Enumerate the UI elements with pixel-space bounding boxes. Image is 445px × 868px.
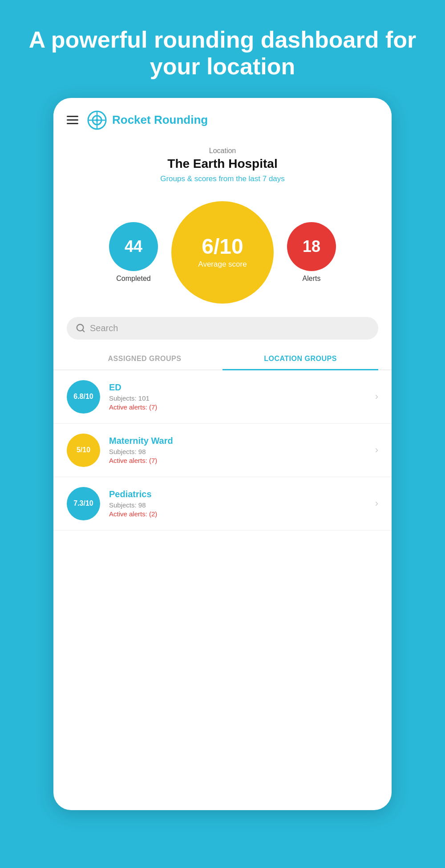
group-score-circle-maternity: 5/10	[67, 434, 100, 467]
group-item-ed[interactable]: 6.8/10 ED Subjects: 101 Active alerts: (…	[53, 370, 392, 424]
location-label: Location	[67, 147, 378, 155]
app-name-label: Rocket Rounding	[112, 113, 208, 127]
group-subjects-ed: Subjects: 101	[109, 394, 371, 402]
completed-stat: 44 Completed	[109, 222, 158, 283]
logo-area: Rocket Rounding	[87, 110, 208, 130]
group-score-circle-pediatrics: 7.3/10	[67, 487, 100, 520]
chevron-right-icon-pediatrics: ›	[375, 498, 378, 509]
search-placeholder: Search	[90, 323, 118, 333]
score-section: 44 Completed 6/10 Average score 18 Alert…	[53, 188, 392, 312]
groups-list: 6.8/10 ED Subjects: 101 Active alerts: (…	[53, 370, 392, 810]
group-alerts-maternity: Active alerts: (7)	[109, 457, 371, 464]
tab-location-groups[interactable]: LOCATION GROUPS	[222, 349, 378, 370]
group-item-pediatrics[interactable]: 7.3/10 Pediatrics Subjects: 98 Active al…	[53, 477, 392, 531]
completed-label: Completed	[116, 275, 150, 283]
alerts-label: Alerts	[303, 275, 321, 283]
score-value: 6/10	[202, 236, 243, 257]
group-score-circle-ed: 6.8/10	[67, 380, 100, 414]
app-header: Rocket Rounding	[53, 98, 392, 138]
group-alerts-ed: Active alerts: (7)	[109, 403, 371, 411]
search-bar[interactable]: Search	[67, 317, 378, 340]
hamburger-menu-button[interactable]	[67, 116, 78, 124]
group-name-pediatrics: Pediatrics	[109, 489, 371, 499]
completed-circle: 44	[109, 222, 158, 271]
group-alerts-pediatrics: Active alerts: (2)	[109, 510, 371, 518]
chevron-right-icon-maternity: ›	[375, 444, 378, 456]
group-subjects-maternity: Subjects: 98	[109, 448, 371, 455]
group-info-ed: ED Subjects: 101 Active alerts: (7)	[109, 382, 371, 411]
group-item-maternity[interactable]: 5/10 Maternity Ward Subjects: 98 Active …	[53, 424, 392, 477]
location-section: Location The Earth Hospital Groups & sco…	[53, 138, 392, 188]
group-name-maternity: Maternity Ward	[109, 436, 371, 446]
location-name: The Earth Hospital	[67, 157, 378, 171]
tabs-section: ASSIGNED GROUPS LOCATION GROUPS	[53, 349, 392, 370]
group-info-maternity: Maternity Ward Subjects: 98 Active alert…	[109, 436, 371, 464]
hero-title: A powerful rounding dashboard for your l…	[0, 0, 445, 98]
period-label: Groups & scores from the last 7 days	[67, 174, 378, 183]
tab-assigned-groups[interactable]: ASSIGNED GROUPS	[67, 349, 222, 369]
search-icon	[76, 323, 85, 333]
group-subjects-pediatrics: Subjects: 98	[109, 501, 371, 509]
average-score-circle: 6/10 Average score	[171, 201, 274, 304]
group-name-ed: ED	[109, 382, 371, 393]
chevron-right-icon-ed: ›	[375, 391, 378, 402]
group-info-pediatrics: Pediatrics Subjects: 98 Active alerts: (…	[109, 489, 371, 518]
phone-frame: Rocket Rounding Location The Earth Hospi…	[53, 98, 392, 810]
alerts-stat: 18 Alerts	[287, 222, 336, 283]
alerts-circle: 18	[287, 222, 336, 271]
svg-line-6	[82, 330, 84, 332]
score-label: Average score	[198, 260, 247, 269]
search-section: Search	[53, 312, 392, 349]
rocket-rounding-logo-icon	[87, 110, 107, 130]
